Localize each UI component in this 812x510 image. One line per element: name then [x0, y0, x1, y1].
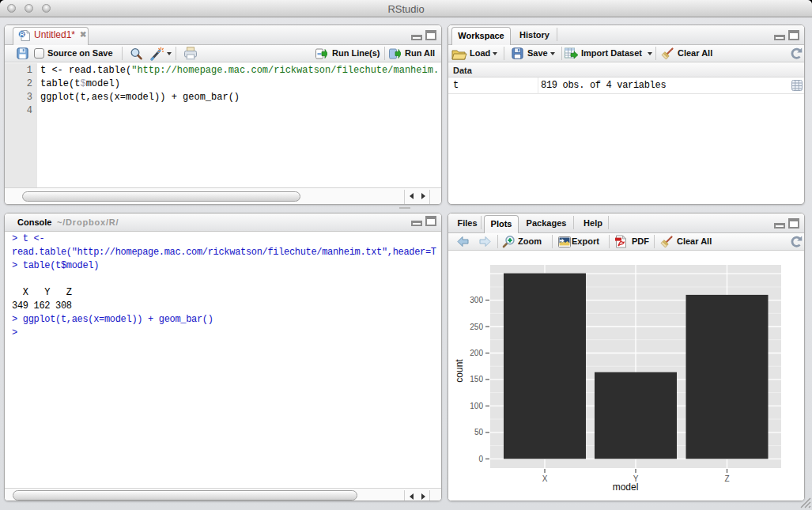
svg-text:50: 50	[474, 428, 484, 436]
svg-text:count: count	[454, 359, 465, 383]
svg-text:0: 0	[478, 455, 483, 463]
svg-text:300: 300	[470, 296, 483, 304]
svg-text:150: 150	[470, 375, 483, 383]
svg-text:R: R	[20, 31, 25, 38]
svg-text:250: 250	[470, 323, 483, 331]
svg-text:Z: Z	[724, 474, 729, 483]
svg-text:model: model	[613, 482, 639, 493]
svg-text:200: 200	[470, 349, 483, 357]
svg-text:X: X	[542, 474, 548, 483]
svg-text:100: 100	[470, 402, 483, 410]
